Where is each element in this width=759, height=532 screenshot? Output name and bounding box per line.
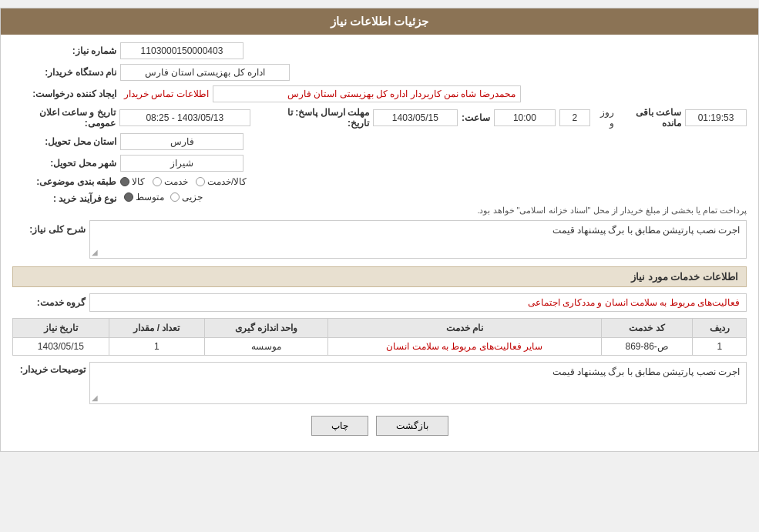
- category-kala-radio[interactable]: [120, 177, 129, 186]
- services-section-title: اطلاعات خدمات مورد نیاز: [12, 266, 747, 287]
- province-value: فارس: [120, 133, 243, 150]
- service-group-label: گروه خدمت:: [12, 297, 89, 308]
- category-khidmat-label: خدمت: [164, 176, 188, 187]
- services-table-container: ردیف کد خدمت نام خدمت واحد اندازه گیری ت…: [12, 318, 747, 356]
- service-name: سایر فعالیت‌های مربوط به سلامت انسان: [327, 338, 601, 356]
- process-jazoyi[interactable]: جزیی: [170, 192, 203, 202]
- buyer-resize-icon: ◢: [92, 393, 98, 402]
- back-button[interactable]: بازگشت: [376, 416, 448, 436]
- process-motavasset-radio[interactable]: [124, 192, 133, 202]
- announce-label: تاریخ و ساعت اعلان عمومی:: [12, 107, 116, 129]
- unit: موسسه: [205, 338, 328, 356]
- category-kala[interactable]: کالا: [120, 176, 145, 187]
- table-row: 1 ص-86-869 سایر فعالیت‌های مربوط به سلام…: [13, 338, 747, 356]
- city-value: شیراز: [120, 155, 243, 172]
- need-desc-box: اجرت نصب پارتیشن مطابق با برگ پیشنهاد قی…: [89, 220, 747, 259]
- need-date: 1403/05/15: [13, 338, 109, 356]
- service-group-row: فعالیت‌های مربوط به سلامت انسان و مددکار…: [12, 293, 747, 312]
- deadline-label: مهلت ارسال پاسخ: تا تاریخ:: [270, 107, 369, 129]
- buyer-desc-box: اجرت نصب پارتیشن مطابق با برگ پیشنهاد قی…: [89, 362, 747, 404]
- process-label: نوع فرآیند خرید :: [12, 192, 120, 204]
- col-quantity: تعداد / مقدار: [109, 319, 205, 338]
- deadline-date-value: 1403/05/15: [373, 109, 458, 126]
- category-radio-group: کالا/خدمت خدمت کالا: [120, 176, 247, 187]
- province-label: استان محل تحویل:: [12, 136, 120, 147]
- process-motavasset-label: متوسط: [136, 192, 164, 202]
- deadline-remaining-value: 01:19:53: [685, 109, 747, 126]
- need-desc-value: اجرت نصب پارتیشن مطابق با برگ پیشنهاد قی…: [552, 225, 740, 236]
- creator-label: ایجاد کننده درخواست:: [12, 89, 120, 99]
- buyer-org-value: اداره کل بهزیستی استان فارس: [120, 64, 290, 81]
- buyer-desc-value: اجرت نصب پارتیشن مطابق با برگ پیشنهاد قی…: [552, 366, 740, 377]
- process-motavasset[interactable]: متوسط: [124, 192, 164, 202]
- col-row-num: ردیف: [693, 319, 747, 338]
- deadline-days-value: 2: [559, 109, 590, 126]
- city-label: شهر محل تحویل:: [12, 158, 120, 169]
- category-kala-khidmat-radio[interactable]: [196, 177, 205, 186]
- row-num: 1: [693, 338, 747, 356]
- deadline-and-label: روز و: [594, 107, 614, 129]
- col-service-name: نام خدمت: [327, 319, 601, 338]
- process-jazoyi-radio[interactable]: [170, 192, 180, 202]
- announce-value: 1403/05/13 - 08:25: [119, 109, 250, 126]
- deadline-time-value: 10:00: [494, 109, 556, 126]
- buyer-desc-row: اجرت نصب پارتیشن مطابق با برگ پیشنهاد قی…: [12, 362, 747, 404]
- category-kala-label: کالا: [132, 176, 145, 187]
- deadline-time-label: ساعت:: [462, 112, 490, 123]
- service-group-value: فعالیت‌های مربوط به سلامت انسان و مددکار…: [89, 293, 747, 312]
- category-kala-khidmat[interactable]: کالا/خدمت: [196, 176, 247, 187]
- resize-icon: ◢: [92, 248, 98, 256]
- category-khidmat[interactable]: خدمت: [153, 176, 188, 187]
- service-code: ص-86-869: [601, 338, 693, 356]
- page-title: جزئیات اطلاعات نیاز: [1, 8, 758, 35]
- need-number-label: شماره نیاز:: [12, 45, 120, 56]
- buyer-desc-label: توصیحات خریدار:: [12, 362, 89, 375]
- need-number-value: 1103000150000403: [120, 42, 243, 59]
- services-table: ردیف کد خدمت نام خدمت واحد اندازه گیری ت…: [12, 318, 747, 356]
- category-label: طبقه بندی موضوعی:: [12, 176, 120, 187]
- col-date: تاریخ نیاز: [13, 319, 109, 338]
- buyer-org-label: نام دستگاه خریدار:: [12, 67, 120, 78]
- creator-value: محمدرضا شاه نمن کاربردار اداره کل بهزیست…: [213, 85, 521, 102]
- print-button[interactable]: چاپ: [311, 416, 368, 436]
- contact-link[interactable]: اطلاعات تماس خریدار: [124, 89, 209, 99]
- bottom-buttons: بازگشت چاپ: [12, 416, 747, 436]
- deadline-remaining-label: ساعت باقی مانده: [618, 107, 681, 129]
- need-desc-label: شرح کلی نیاز:: [12, 220, 89, 235]
- col-unit: واحد اندازه گیری: [205, 319, 328, 338]
- process-jazoyi-label: جزیی: [182, 192, 203, 202]
- category-kala-khidmat-label: کالا/خدمت: [207, 176, 247, 187]
- process-description: پرداخت تمام یا بخشی از مبلغ خریدار از مح…: [124, 206, 747, 216]
- quantity: 1: [109, 338, 205, 356]
- col-service-code: کد خدمت: [601, 319, 693, 338]
- category-khidmat-radio[interactable]: [153, 177, 162, 186]
